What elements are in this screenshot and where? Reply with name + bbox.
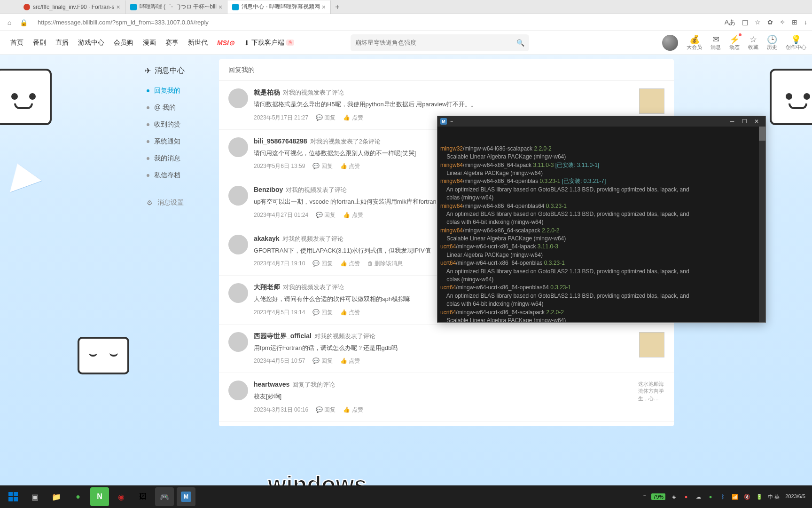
msys-taskbar-icon[interactable]: M [177,487,195,506]
search-icon[interactable]: 🔍 [516,39,524,47]
nav-creative[interactable]: 💡创作中心 [786,34,806,51]
split-icon[interactable]: ◫ [742,18,748,27]
sidebar-item-mymsg[interactable]: 我的消息 [138,150,213,167]
nav-shop[interactable]: 会员购 [109,39,138,47]
search-input[interactable] [355,39,516,46]
tray-icon[interactable]: ● [682,493,690,500]
new-tab-button[interactable]: + [331,3,344,11]
reply-button[interactable]: 💬 回复 [312,309,332,317]
sidebar-settings[interactable]: ⚙消息设置 [138,194,213,211]
video-thumbnail[interactable] [639,88,664,114]
url-field[interactable]: https://message.bilibili.com/?spm_id_fro… [33,19,720,26]
terminal-window[interactable]: M ~ ─ ☐ ✕ mingw32/mingw-w64-i686-scalapa… [437,116,766,323]
download-client[interactable]: ⬇ 下载客户端 热 [239,39,299,47]
home-icon[interactable]: ⌂ [5,18,14,27]
taskview-icon[interactable]: ▣ [25,487,44,506]
browser-tab-active[interactable]: 消息中心 - 哔哩哔哩弹幕视频网 × [227,0,331,14]
app-icon[interactable]: 🎮 [155,487,174,506]
nav-dynamic[interactable]: ⚡动态 [729,34,740,51]
user-avatar[interactable] [228,283,248,303]
lock-icon[interactable]: 🔒 [19,18,28,27]
scrollbar-thumb[interactable] [759,127,765,141]
minimize-button[interactable]: ─ [726,118,738,125]
like-button[interactable]: 👍 点赞 [343,114,363,122]
collections-icon[interactable]: ⊞ [792,18,797,27]
start-button[interactable] [4,487,23,506]
reader-icon[interactable]: Aあ [725,18,735,27]
maximize-button[interactable]: ☐ [738,118,750,125]
sidebar-item-reply[interactable]: 回复我的 [138,82,213,99]
nav-newera[interactable]: 新世代 [183,39,212,47]
netease-icon[interactable]: ◉ [112,487,131,506]
nav-esports[interactable]: 赛事 [161,39,183,47]
notion-icon[interactable]: N [90,487,109,506]
like-button[interactable]: 👍 点赞 [343,406,363,414]
user-avatar[interactable] [228,332,248,352]
downloads-icon[interactable]: ↓ [804,18,807,27]
username[interactable]: heartwaves [254,381,289,388]
battery-icon[interactable]: 🔋 [756,493,763,500]
wifi-icon[interactable]: 📶 [731,493,739,500]
nav-favorite[interactable]: ☆收藏 [748,34,758,51]
like-button[interactable]: 👍 点赞 [340,162,360,170]
user-avatar[interactable] [228,381,248,400]
like-button[interactable]: 👍 点赞 [340,309,360,317]
close-icon[interactable]: × [219,3,222,11]
nav-manga[interactable]: 漫画 [138,39,161,47]
nav-home[interactable]: 首页 [6,39,28,47]
terminal-body[interactable]: mingw32/mingw-w64-i686-scalapack 2.2.0-2… [437,127,765,322]
nav-game[interactable]: 游戏中心 [73,39,109,47]
sidebar-item-like[interactable]: 收到的赞 [138,116,213,133]
cloud-icon[interactable]: ☁ [695,493,702,500]
reply-button[interactable]: 💬 回复 [316,114,336,122]
extension-icon[interactable]: ✿ [767,18,773,27]
nav-message[interactable]: ✉消息 [710,34,721,51]
volume-icon[interactable]: 🔇 [743,493,751,500]
user-avatar[interactable] [228,137,248,157]
user-avatar[interactable] [228,235,248,254]
nav-bangumi[interactable]: 番剧 [28,39,51,47]
favorite-icon[interactable]: ☆ [755,18,761,27]
sidebar-item-system[interactable]: 系统通知 [138,133,213,150]
taskbar-clock[interactable]: 2023/6/5 [782,493,808,500]
user-avatar[interactable] [662,35,678,51]
nav-vip[interactable]: 💰大会员 [687,34,702,51]
tray-chevron-icon[interactable]: ⌃ [642,494,647,500]
close-icon[interactable]: × [322,3,326,11]
sidebar-item-archive[interactable]: 私信存档 [138,167,213,184]
extension-icon[interactable]: ✧ [780,18,785,27]
username[interactable]: akakayk [254,235,280,242]
scrollbar[interactable] [759,127,765,322]
user-avatar[interactable] [228,88,248,108]
browser-tab[interactable]: 哔哩哔哩 (゜-゜)つロ 干杯~-bili × [125,0,228,14]
explorer-icon[interactable]: 📁 [47,487,66,506]
username[interactable]: Benziboy [254,186,283,193]
nav-live[interactable]: 直播 [51,39,73,47]
like-button[interactable]: 👍 点赞 [340,260,360,268]
search-box[interactable]: 🔍 [351,34,529,51]
app-icon[interactable]: 🖼 [133,487,152,506]
tray-icon[interactable]: ◈ [670,493,678,500]
nav-msi[interactable]: MSI⊙ [212,39,239,47]
tray-icon[interactable]: ● [707,493,714,500]
close-icon[interactable]: × [116,3,120,11]
terminal-titlebar[interactable]: M ~ ─ ☐ ✕ [437,116,765,127]
username[interactable]: 大翔老师 [254,283,280,291]
delete-button[interactable]: 🗑 删除该消息 [367,260,403,268]
username[interactable]: 西园寺世界_official [254,332,312,340]
like-button[interactable]: 👍 点赞 [343,211,363,219]
sidebar-item-at[interactable]: @ 我的 [138,99,213,116]
wechat-icon[interactable]: ● [69,487,87,506]
reply-button[interactable]: 💬 回复 [312,260,332,268]
nav-history[interactable]: 🕒历史 [767,34,777,51]
reply-button[interactable]: 💬 回复 [316,406,336,414]
bluetooth-icon[interactable]: ᛒ [719,493,726,500]
reply-button[interactable]: 💬 回复 [312,357,332,365]
username[interactable]: bili_95867648298 [254,137,307,145]
close-button[interactable]: ✕ [750,118,763,125]
reply-button[interactable]: 💬 回复 [312,162,332,170]
reply-button[interactable]: 💬 回复 [316,211,336,219]
system-tray[interactable]: ⌃ 79% ◈ ● ☁ ● ᛒ 📶 🔇 🔋 中 英 [642,493,780,500]
user-avatar[interactable] [228,186,248,206]
video-thumbnail[interactable] [639,332,664,357]
